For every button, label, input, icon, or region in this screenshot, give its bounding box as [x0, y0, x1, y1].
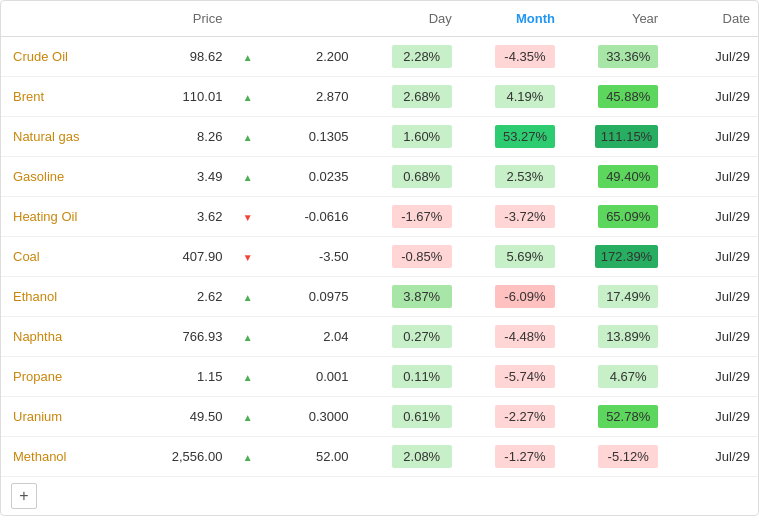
add-row: + [1, 477, 758, 516]
change-value: -0.0616 [265, 197, 357, 237]
year-pct: 33.36% [563, 37, 666, 77]
price-value: 2.62 [127, 277, 230, 317]
commodity-name: Heating Oil [1, 197, 127, 237]
table-header-row: Price Day Month Year Date [1, 1, 758, 37]
price-value: 2,556.00 [127, 437, 230, 477]
date-value: Jul/29 [666, 277, 758, 317]
table-row[interactable]: Ethanol 2.62 ▲ 0.0975 3.87% -6.09% 17.49… [1, 277, 758, 317]
month-pct: 5.69% [460, 237, 563, 277]
month-pct: -2.27% [460, 397, 563, 437]
date-value: Jul/29 [666, 197, 758, 237]
month-pct: -5.74% [460, 357, 563, 397]
change-value: 0.3000 [265, 397, 357, 437]
date-value: Jul/29 [666, 37, 758, 77]
table-row[interactable]: Naphtha 766.93 ▲ 2.04 0.27% -4.48% 13.89… [1, 317, 758, 357]
price-value: 49.50 [127, 397, 230, 437]
date-value: Jul/29 [666, 237, 758, 277]
year-pct: 4.67% [563, 357, 666, 397]
th-price: Price [127, 1, 230, 37]
date-value: Jul/29 [666, 157, 758, 197]
price-value: 3.62 [127, 197, 230, 237]
price-value: 407.90 [127, 237, 230, 277]
day-pct: 1.60% [357, 117, 460, 157]
commodities-table-container: Price Day Month Year Date Crude Oil 98.6… [0, 0, 759, 516]
add-commodity-button[interactable]: + [11, 483, 37, 509]
th-commodity [1, 1, 127, 37]
arrow-up-icon: ▲ [243, 92, 253, 103]
day-pct: 0.11% [357, 357, 460, 397]
year-pct: 13.89% [563, 317, 666, 357]
change-value: -3.50 [265, 237, 357, 277]
month-pct: -4.35% [460, 37, 563, 77]
commodity-name: Gasoline [1, 157, 127, 197]
day-pct: 2.08% [357, 437, 460, 477]
table-row[interactable]: Methanol 2,556.00 ▲ 52.00 2.08% -1.27% -… [1, 437, 758, 477]
table-row[interactable]: Uranium 49.50 ▲ 0.3000 0.61% -2.27% 52.7… [1, 397, 758, 437]
year-pct: -5.12% [563, 437, 666, 477]
price-value: 98.62 [127, 37, 230, 77]
month-pct: -1.27% [460, 437, 563, 477]
day-pct: 3.87% [357, 277, 460, 317]
th-day: Day [357, 1, 460, 37]
day-pct: 2.28% [357, 37, 460, 77]
commodity-name: Crude Oil [1, 37, 127, 77]
arrow-up-icon: ▲ [243, 292, 253, 303]
change-value: 2.200 [265, 37, 357, 77]
table-row[interactable]: Heating Oil 3.62 ▼ -0.0616 -1.67% -3.72%… [1, 197, 758, 237]
month-pct: 4.19% [460, 77, 563, 117]
day-pct: 0.68% [357, 157, 460, 197]
year-pct: 17.49% [563, 277, 666, 317]
commodity-name: Ethanol [1, 277, 127, 317]
change-value: 2.04 [265, 317, 357, 357]
direction-arrow: ▲ [230, 357, 264, 397]
direction-arrow: ▲ [230, 397, 264, 437]
year-pct: 45.88% [563, 77, 666, 117]
change-value: 0.1305 [265, 117, 357, 157]
price-value: 3.49 [127, 157, 230, 197]
commodity-name: Brent [1, 77, 127, 117]
arrow-up-icon: ▲ [243, 132, 253, 143]
day-pct: 0.61% [357, 397, 460, 437]
change-value: 0.0975 [265, 277, 357, 317]
direction-arrow: ▼ [230, 197, 264, 237]
commodity-name: Propane [1, 357, 127, 397]
price-value: 8.26 [127, 117, 230, 157]
arrow-up-icon: ▲ [243, 452, 253, 463]
year-pct: 111.15% [563, 117, 666, 157]
th-arrow [230, 1, 264, 37]
date-value: Jul/29 [666, 317, 758, 357]
commodity-name: Coal [1, 237, 127, 277]
commodity-name: Natural gas [1, 117, 127, 157]
commodity-name: Uranium [1, 397, 127, 437]
arrow-down-icon: ▼ [243, 252, 253, 263]
change-value: 0.001 [265, 357, 357, 397]
direction-arrow: ▲ [230, 157, 264, 197]
change-value: 0.0235 [265, 157, 357, 197]
date-value: Jul/29 [666, 437, 758, 477]
direction-arrow: ▲ [230, 277, 264, 317]
change-value: 52.00 [265, 437, 357, 477]
table-row[interactable]: Crude Oil 98.62 ▲ 2.200 2.28% -4.35% 33.… [1, 37, 758, 77]
day-pct: 0.27% [357, 317, 460, 357]
arrow-up-icon: ▲ [243, 332, 253, 343]
date-value: Jul/29 [666, 77, 758, 117]
year-pct: 49.40% [563, 157, 666, 197]
day-pct: -1.67% [357, 197, 460, 237]
th-year: Year [563, 1, 666, 37]
table-row[interactable]: Brent 110.01 ▲ 2.870 2.68% 4.19% 45.88% … [1, 77, 758, 117]
day-pct: -0.85% [357, 237, 460, 277]
month-pct: 53.27% [460, 117, 563, 157]
price-value: 110.01 [127, 77, 230, 117]
th-date: Date [666, 1, 758, 37]
table-row[interactable]: Gasoline 3.49 ▲ 0.0235 0.68% 2.53% 49.40… [1, 157, 758, 197]
price-value: 766.93 [127, 317, 230, 357]
arrow-up-icon: ▲ [243, 172, 253, 183]
table-row[interactable]: Propane 1.15 ▲ 0.001 0.11% -5.74% 4.67% … [1, 357, 758, 397]
table-row[interactable]: Natural gas 8.26 ▲ 0.1305 1.60% 53.27% 1… [1, 117, 758, 157]
table-row[interactable]: Coal 407.90 ▼ -3.50 -0.85% 5.69% 172.39%… [1, 237, 758, 277]
day-pct: 2.68% [357, 77, 460, 117]
date-value: Jul/29 [666, 357, 758, 397]
year-pct: 65.09% [563, 197, 666, 237]
direction-arrow: ▲ [230, 117, 264, 157]
direction-arrow: ▲ [230, 37, 264, 77]
